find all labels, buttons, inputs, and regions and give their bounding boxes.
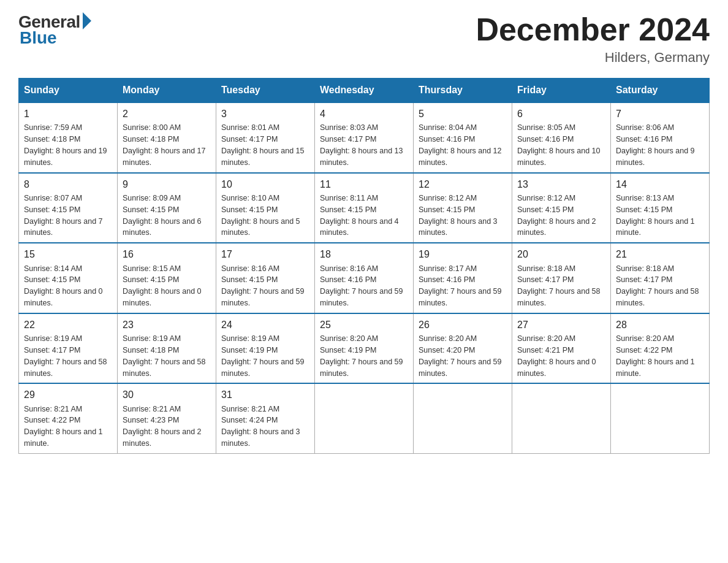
day-info: Sunrise: 8:19 AMSunset: 4:17 PMDaylight:… xyxy=(24,334,107,378)
day-info: Sunrise: 8:21 AMSunset: 4:22 PMDaylight:… xyxy=(24,405,103,448)
calendar-cell xyxy=(315,383,414,453)
calendar-cell: 18Sunrise: 8:16 AMSunset: 4:16 PMDayligh… xyxy=(315,243,414,313)
day-info: Sunrise: 8:18 AMSunset: 4:17 PMDaylight:… xyxy=(616,264,699,308)
day-number: 31 xyxy=(221,388,309,402)
calendar-cell xyxy=(414,383,512,453)
day-number: 10 xyxy=(221,177,309,191)
day-info: Sunrise: 8:11 AMSunset: 4:15 PMDaylight:… xyxy=(320,194,399,237)
calendar-cell: 24Sunrise: 8:19 AMSunset: 4:19 PMDayligh… xyxy=(216,313,315,384)
day-number: 30 xyxy=(123,388,211,402)
page-header: General Blue December 2024 Hilders, Germ… xyxy=(18,12,710,66)
day-info: Sunrise: 8:00 AMSunset: 4:18 PMDaylight:… xyxy=(123,123,206,167)
header-tuesday: Tuesday xyxy=(216,79,315,103)
calendar-cell: 7Sunrise: 8:06 AMSunset: 4:16 PMDaylight… xyxy=(611,102,710,173)
calendar-cell: 15Sunrise: 8:14 AMSunset: 4:15 PMDayligh… xyxy=(19,243,118,313)
day-info: Sunrise: 8:21 AMSunset: 4:23 PMDaylight:… xyxy=(123,405,202,448)
day-info: Sunrise: 8:19 AMSunset: 4:18 PMDaylight:… xyxy=(123,334,206,378)
header-sunday: Sunday xyxy=(19,79,118,103)
calendar-cell: 2Sunrise: 8:00 AMSunset: 4:18 PMDaylight… xyxy=(118,102,216,173)
day-number: 4 xyxy=(320,107,408,121)
calendar-cell: 16Sunrise: 8:15 AMSunset: 4:15 PMDayligh… xyxy=(118,243,216,313)
calendar-cell: 27Sunrise: 8:20 AMSunset: 4:21 PMDayligh… xyxy=(512,313,611,384)
calendar-cell: 21Sunrise: 8:18 AMSunset: 4:17 PMDayligh… xyxy=(611,243,710,313)
logo-blue-text: Blue xyxy=(20,28,57,48)
day-number: 29 xyxy=(24,388,112,402)
day-info: Sunrise: 8:01 AMSunset: 4:17 PMDaylight:… xyxy=(221,123,305,167)
calendar-cell: 25Sunrise: 8:20 AMSunset: 4:19 PMDayligh… xyxy=(315,313,414,384)
day-number: 24 xyxy=(221,318,309,332)
day-number: 5 xyxy=(419,107,507,121)
day-number: 18 xyxy=(320,247,408,261)
day-number: 27 xyxy=(517,318,605,332)
header-thursday: Thursday xyxy=(414,79,512,103)
header-monday: Monday xyxy=(118,79,216,103)
calendar-cell xyxy=(611,383,710,453)
calendar-cell: 19Sunrise: 8:17 AMSunset: 4:16 PMDayligh… xyxy=(414,243,512,313)
day-number: 11 xyxy=(320,177,408,191)
calendar-cell: 20Sunrise: 8:18 AMSunset: 4:17 PMDayligh… xyxy=(512,243,611,313)
day-number: 22 xyxy=(24,318,112,332)
day-info: Sunrise: 8:16 AMSunset: 4:16 PMDaylight:… xyxy=(320,264,403,308)
calendar-cell: 4Sunrise: 8:03 AMSunset: 4:17 PMDaylight… xyxy=(315,102,414,173)
day-info: Sunrise: 8:18 AMSunset: 4:17 PMDaylight:… xyxy=(517,264,601,308)
day-info: Sunrise: 8:17 AMSunset: 4:16 PMDaylight:… xyxy=(419,264,502,308)
day-info: Sunrise: 8:05 AMSunset: 4:16 PMDaylight:… xyxy=(517,123,601,167)
calendar-cell: 17Sunrise: 8:16 AMSunset: 4:15 PMDayligh… xyxy=(216,243,315,313)
day-number: 7 xyxy=(616,107,704,121)
day-info: Sunrise: 8:07 AMSunset: 4:15 PMDaylight:… xyxy=(24,194,103,237)
day-info: Sunrise: 8:21 AMSunset: 4:24 PMDaylight:… xyxy=(221,405,300,448)
calendar-cell: 29Sunrise: 8:21 AMSunset: 4:22 PMDayligh… xyxy=(19,383,118,453)
day-number: 19 xyxy=(419,247,507,261)
calendar-cell: 6Sunrise: 8:05 AMSunset: 4:16 PMDaylight… xyxy=(512,102,611,173)
week-row-5: 29Sunrise: 8:21 AMSunset: 4:22 PMDayligh… xyxy=(19,383,710,453)
title-section: December 2024 Hilders, Germany xyxy=(476,12,710,66)
day-info: Sunrise: 8:12 AMSunset: 4:15 PMDaylight:… xyxy=(517,194,596,237)
header-friday: Friday xyxy=(512,79,611,103)
logo-arrow-icon xyxy=(83,12,91,29)
calendar-cell: 22Sunrise: 8:19 AMSunset: 4:17 PMDayligh… xyxy=(19,313,118,384)
day-info: Sunrise: 8:09 AMSunset: 4:15 PMDaylight:… xyxy=(123,194,202,237)
day-number: 2 xyxy=(123,107,211,121)
day-info: Sunrise: 8:19 AMSunset: 4:19 PMDaylight:… xyxy=(221,334,305,378)
day-info: Sunrise: 8:06 AMSunset: 4:16 PMDaylight:… xyxy=(616,123,695,167)
calendar-title: December 2024 xyxy=(476,12,710,47)
calendar-cell: 10Sunrise: 8:10 AMSunset: 4:15 PMDayligh… xyxy=(216,173,315,243)
day-info: Sunrise: 8:20 AMSunset: 4:19 PMDaylight:… xyxy=(320,334,403,378)
day-info: Sunrise: 8:03 AMSunset: 4:17 PMDaylight:… xyxy=(320,123,403,167)
day-number: 20 xyxy=(517,247,605,261)
day-info: Sunrise: 8:10 AMSunset: 4:15 PMDaylight:… xyxy=(221,194,300,237)
day-number: 1 xyxy=(24,107,112,121)
calendar-subtitle: Hilders, Germany xyxy=(476,50,710,66)
day-info: Sunrise: 8:20 AMSunset: 4:20 PMDaylight:… xyxy=(419,334,502,378)
day-info: Sunrise: 8:20 AMSunset: 4:22 PMDaylight:… xyxy=(616,334,695,378)
calendar-cell: 8Sunrise: 8:07 AMSunset: 4:15 PMDaylight… xyxy=(19,173,118,243)
calendar-table: SundayMondayTuesdayWednesdayThursdayFrid… xyxy=(18,78,710,454)
day-info: Sunrise: 8:16 AMSunset: 4:15 PMDaylight:… xyxy=(221,264,305,308)
day-number: 28 xyxy=(616,318,704,332)
calendar-cell: 9Sunrise: 8:09 AMSunset: 4:15 PMDaylight… xyxy=(118,173,216,243)
day-info: Sunrise: 8:04 AMSunset: 4:16 PMDaylight:… xyxy=(419,123,502,167)
day-number: 26 xyxy=(419,318,507,332)
calendar-cell xyxy=(512,383,611,453)
day-number: 14 xyxy=(616,177,704,191)
week-row-3: 15Sunrise: 8:14 AMSunset: 4:15 PMDayligh… xyxy=(19,243,710,313)
day-number: 8 xyxy=(24,177,112,191)
day-number: 15 xyxy=(24,247,112,261)
day-number: 12 xyxy=(419,177,507,191)
day-number: 16 xyxy=(123,247,211,261)
calendar-cell: 1Sunrise: 7:59 AMSunset: 4:18 PMDaylight… xyxy=(19,102,118,173)
header-saturday: Saturday xyxy=(611,79,710,103)
week-row-1: 1Sunrise: 7:59 AMSunset: 4:18 PMDaylight… xyxy=(19,102,710,173)
day-number: 25 xyxy=(320,318,408,332)
day-number: 9 xyxy=(123,177,211,191)
day-info: Sunrise: 8:15 AMSunset: 4:15 PMDaylight:… xyxy=(123,264,202,308)
calendar-cell: 12Sunrise: 8:12 AMSunset: 4:15 PMDayligh… xyxy=(414,173,512,243)
day-info: Sunrise: 8:14 AMSunset: 4:15 PMDaylight:… xyxy=(24,264,103,308)
calendar-cell: 14Sunrise: 8:13 AMSunset: 4:15 PMDayligh… xyxy=(611,173,710,243)
logo: General Blue xyxy=(18,12,91,48)
day-info: Sunrise: 8:12 AMSunset: 4:15 PMDaylight:… xyxy=(419,194,498,237)
header-row: SundayMondayTuesdayWednesdayThursdayFrid… xyxy=(19,79,710,103)
calendar-cell: 26Sunrise: 8:20 AMSunset: 4:20 PMDayligh… xyxy=(414,313,512,384)
week-row-2: 8Sunrise: 8:07 AMSunset: 4:15 PMDaylight… xyxy=(19,173,710,243)
day-number: 13 xyxy=(517,177,605,191)
